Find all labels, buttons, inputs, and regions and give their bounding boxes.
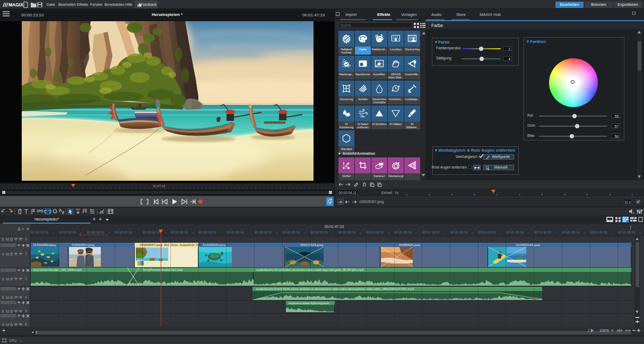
svg-text:M: M	[6, 295, 9, 300]
svg-text:S: S	[2, 252, 4, 257]
svg-text:M: M	[6, 237, 9, 242]
svg-text:S: S	[2, 295, 4, 300]
svg-text:M: M	[6, 309, 9, 314]
svg-text:100%: 100%	[599, 329, 609, 332]
svg-text:M: M	[6, 252, 9, 257]
svg-text:S: S	[2, 237, 4, 242]
svg-text:S: S	[2, 309, 4, 314]
svg-text:M: M	[6, 277, 9, 281]
svg-text:S: S	[2, 277, 4, 281]
